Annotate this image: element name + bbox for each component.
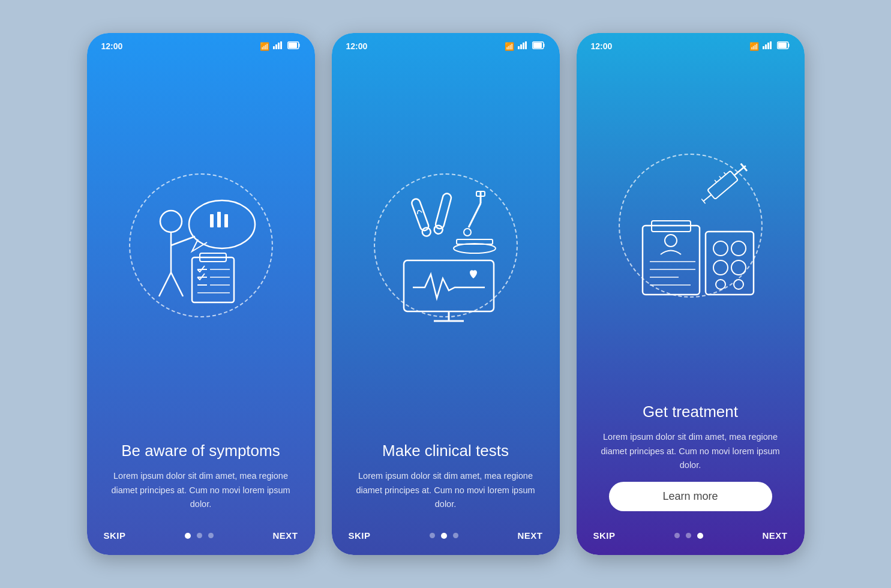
svg-rect-48 bbox=[770, 41, 772, 49]
status-bar-2: 12:00 📶 bbox=[332, 33, 560, 56]
svg-point-71 bbox=[731, 260, 746, 275]
nav-bar-3: SKIP NEXT bbox=[577, 521, 805, 555]
status-icons-1: 📶 bbox=[260, 41, 301, 51]
svg-rect-60 bbox=[643, 226, 700, 295]
svg-rect-1 bbox=[275, 44, 277, 49]
clinical-tests-illustration bbox=[368, 167, 524, 323]
content-area-2: Make clinical tests Lorem ipsum dolor si… bbox=[332, 435, 560, 521]
wifi-icon-1: 📶 bbox=[260, 42, 269, 51]
wifi-icon-3: 📶 bbox=[749, 42, 759, 51]
svg-line-55 bbox=[703, 195, 711, 202]
svg-rect-16 bbox=[192, 257, 234, 302]
svg-rect-5 bbox=[289, 43, 297, 48]
screen-title-3: Get treatment bbox=[595, 402, 787, 422]
dot-3-2 bbox=[686, 533, 691, 538]
nav-dots-3 bbox=[674, 533, 703, 539]
next-button-1[interactable]: NEXT bbox=[272, 530, 298, 541]
svg-point-7 bbox=[160, 211, 182, 232]
svg-rect-13 bbox=[210, 214, 214, 227]
battery-icon-1 bbox=[287, 41, 301, 51]
treatment-illustration bbox=[613, 148, 769, 304]
svg-line-57 bbox=[715, 180, 716, 182]
svg-rect-46 bbox=[765, 44, 767, 49]
symptoms-illustration bbox=[123, 167, 279, 323]
signal-icon-3 bbox=[763, 41, 773, 51]
nav-dots-2 bbox=[430, 533, 458, 539]
illustration-2 bbox=[332, 56, 560, 435]
illustration-3 bbox=[577, 56, 805, 396]
svg-rect-27 bbox=[523, 43, 524, 49]
svg-rect-30 bbox=[533, 43, 542, 48]
next-button-2[interactable]: NEXT bbox=[517, 530, 542, 541]
screen-title-2: Make clinical tests bbox=[350, 441, 542, 461]
svg-rect-25 bbox=[518, 46, 520, 49]
signal-icon-1 bbox=[273, 41, 284, 51]
svg-point-69 bbox=[731, 241, 746, 256]
svg-point-41 bbox=[454, 244, 496, 253]
screen-1: 12:00 📶 bbox=[87, 33, 315, 555]
status-bar-1: 12:00 📶 bbox=[87, 33, 315, 56]
svg-rect-28 bbox=[525, 41, 527, 49]
signal-icon-2 bbox=[518, 41, 529, 51]
screen-body-2: Lorem ipsum dolor sit dim amet, mea regi… bbox=[350, 469, 542, 511]
svg-point-12 bbox=[189, 200, 255, 248]
status-icons-2: 📶 bbox=[505, 41, 545, 51]
time-3: 12:00 bbox=[591, 41, 613, 51]
wifi-icon-2: 📶 bbox=[505, 42, 514, 51]
svg-rect-47 bbox=[767, 43, 769, 49]
dot-1-2 bbox=[197, 533, 202, 538]
screen-2: 12:00 📶 bbox=[332, 33, 560, 555]
svg-point-70 bbox=[713, 260, 728, 275]
svg-point-72 bbox=[716, 280, 725, 289]
dot-2-2 bbox=[441, 533, 447, 539]
skip-button-2[interactable]: SKIP bbox=[349, 530, 371, 541]
svg-line-10 bbox=[159, 272, 171, 296]
screen-body-1: Lorem ipsum dolor sit dim amet, mea regi… bbox=[105, 469, 297, 511]
svg-rect-32 bbox=[410, 197, 430, 231]
dot-1-1 bbox=[185, 533, 191, 539]
svg-rect-42 bbox=[404, 260, 494, 311]
svg-point-33 bbox=[421, 226, 431, 237]
skip-button-1[interactable]: SKIP bbox=[104, 530, 126, 541]
svg-rect-3 bbox=[280, 41, 282, 49]
content-area-1: Be aware of symptoms Lorem ipsum dolor s… bbox=[87, 435, 315, 521]
dot-2-3 bbox=[453, 533, 458, 538]
svg-rect-67 bbox=[706, 232, 754, 295]
svg-line-59 bbox=[724, 173, 725, 175]
next-button-3[interactable]: NEXT bbox=[762, 530, 787, 541]
screen-title-1: Be aware of symptoms bbox=[105, 441, 297, 461]
svg-point-39 bbox=[464, 229, 471, 236]
svg-rect-2 bbox=[278, 43, 280, 49]
status-icons-3: 📶 bbox=[749, 41, 790, 51]
nav-dots-1 bbox=[185, 533, 214, 539]
nav-bar-2: SKIP NEXT bbox=[332, 521, 560, 555]
svg-rect-52 bbox=[707, 171, 737, 199]
battery-icon-2 bbox=[532, 41, 545, 51]
status-bar-3: 12:00 📶 bbox=[577, 33, 805, 56]
svg-line-9 bbox=[171, 236, 195, 245]
svg-point-62 bbox=[665, 235, 677, 247]
time-1: 12:00 bbox=[101, 41, 123, 51]
svg-rect-45 bbox=[763, 46, 764, 49]
svg-rect-14 bbox=[217, 212, 221, 227]
screen-3: 12:00 📶 bbox=[577, 33, 805, 555]
dot-3-3 bbox=[697, 533, 703, 539]
svg-rect-0 bbox=[273, 46, 275, 49]
svg-line-38 bbox=[469, 203, 481, 227]
svg-rect-50 bbox=[778, 43, 787, 48]
svg-rect-34 bbox=[434, 193, 452, 230]
svg-rect-26 bbox=[520, 44, 522, 49]
dot-3-1 bbox=[674, 533, 680, 538]
battery-icon-3 bbox=[777, 41, 790, 51]
svg-line-11 bbox=[171, 272, 183, 296]
skip-button-3[interactable]: SKIP bbox=[593, 530, 616, 541]
dot-2-1 bbox=[430, 533, 435, 538]
learn-more-button[interactable]: Learn more bbox=[609, 482, 772, 511]
screens-container: 12:00 📶 bbox=[87, 33, 805, 555]
svg-point-35 bbox=[433, 224, 443, 235]
svg-rect-15 bbox=[224, 214, 228, 227]
time-2: 12:00 bbox=[346, 41, 368, 51]
svg-line-58 bbox=[719, 176, 721, 179]
dot-1-3 bbox=[208, 533, 214, 538]
content-area-3: Get treatment Lorem ipsum dolor sit dim … bbox=[577, 396, 805, 521]
